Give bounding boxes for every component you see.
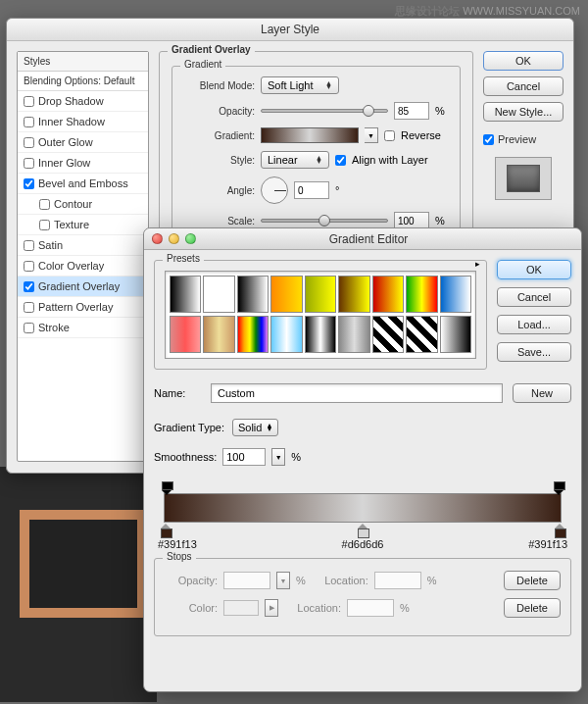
color-stepper[interactable]: ▶	[265, 599, 278, 617]
color-stop-right[interactable]	[555, 524, 564, 536]
preset-swatch[interactable]	[237, 316, 269, 353]
chevron-updown-icon: ▲▼	[266, 424, 272, 431]
location-input[interactable]	[374, 572, 421, 589]
preset-swatch[interactable]	[338, 276, 369, 313]
gradient-editor-titlebar[interactable]: Gradient Editor	[144, 228, 581, 250]
style-item-inner-glow[interactable]: Inner Glow	[18, 153, 148, 174]
preview-swatch	[495, 157, 552, 200]
opacity-stop-input[interactable]	[223, 572, 270, 589]
preset-swatch[interactable]	[372, 316, 404, 353]
style-label: Inner Shadow	[38, 116, 105, 127]
preset-swatch[interactable]	[203, 276, 234, 313]
opacity-stop-right[interactable]	[554, 481, 564, 493]
location-input[interactable]	[347, 599, 394, 617]
presets-title: Presets	[163, 253, 204, 264]
name-input[interactable]	[211, 383, 503, 403]
reverse-label: Reverse	[401, 129, 441, 141]
save-button[interactable]: Save...	[497, 342, 571, 362]
style-label: Inner Glow	[38, 157, 90, 169]
opacity-stop-label: Opacity:	[165, 575, 218, 586]
delete-button[interactable]: Delete	[504, 598, 561, 618]
style-checkbox[interactable]	[24, 158, 34, 169]
style-item-gradient-overlay[interactable]: Gradient Overlay	[18, 277, 148, 297]
style-checkbox[interactable]	[39, 220, 50, 230]
mid-hex: #d6d6d6	[197, 538, 528, 550]
opacity-slider[interactable]	[261, 109, 388, 113]
style-item-satin[interactable]: Satin	[18, 235, 148, 256]
styles-header[interactable]: Styles	[18, 52, 148, 72]
color-well[interactable]	[223, 600, 259, 616]
gradient-inner-title: Gradient	[180, 59, 225, 70]
pct-label: %	[296, 575, 306, 586]
zoom-icon[interactable]	[185, 233, 196, 244]
preset-swatch[interactable]	[270, 276, 302, 313]
style-item-inner-shadow[interactable]: Inner Shadow	[18, 112, 148, 132]
gradient-bar[interactable]	[154, 479, 571, 536]
opacity-stepper[interactable]: ▼	[276, 572, 290, 589]
style-checkbox[interactable]	[24, 178, 34, 189]
presets-menu-icon[interactable]: ▸	[475, 259, 480, 269]
preset-swatch[interactable]	[170, 316, 201, 353]
preset-swatch[interactable]	[440, 276, 471, 313]
ok-button[interactable]: OK	[483, 51, 564, 71]
load-button[interactable]: Load...	[497, 315, 571, 334]
blending-options[interactable]: Blending Options: Default	[18, 72, 148, 91]
color-stop-mid[interactable]	[358, 524, 368, 536]
style-item-contour[interactable]: Contour	[18, 194, 148, 215]
style-dropdown[interactable]: Linear ▲▼	[261, 151, 329, 169]
style-checkbox[interactable]	[24, 117, 34, 127]
style-item-stroke[interactable]: Stroke	[18, 318, 148, 338]
reverse-checkbox[interactable]	[384, 130, 395, 141]
preset-swatch[interactable]	[406, 316, 437, 353]
color-stop-left[interactable]	[161, 524, 171, 536]
style-item-pattern-overlay[interactable]: Pattern Overlay	[18, 297, 148, 318]
close-icon[interactable]	[152, 233, 163, 244]
preset-swatch[interactable]	[203, 316, 234, 353]
preset-swatch[interactable]	[237, 276, 269, 313]
preview-checkbox[interactable]	[483, 134, 494, 145]
cancel-button[interactable]: Cancel	[483, 76, 564, 96]
angle-input[interactable]	[294, 181, 329, 199]
align-checkbox[interactable]	[335, 155, 346, 166]
preset-swatch[interactable]	[440, 316, 471, 353]
chevron-updown-icon: ▲▼	[316, 156, 322, 164]
new-button[interactable]: New	[513, 383, 571, 403]
style-item-outer-glow[interactable]: Outer Glow	[18, 132, 148, 153]
traffic-lights	[152, 233, 196, 244]
style-item-drop-shadow[interactable]: Drop Shadow	[18, 91, 148, 112]
style-checkbox[interactable]	[24, 261, 34, 272]
style-item-color-overlay[interactable]: Color Overlay	[18, 256, 148, 277]
preset-swatch[interactable]	[270, 316, 302, 353]
blend-mode-dropdown[interactable]: Soft Light ▲▼	[261, 76, 339, 94]
gradient-dropdown-arrow[interactable]: ▼	[365, 127, 378, 143]
gradient-type-dropdown[interactable]: Solid ▲▼	[232, 419, 278, 436]
style-checkbox[interactable]	[39, 199, 50, 210]
preset-swatch[interactable]	[170, 276, 201, 313]
style-item-texture[interactable]: Texture	[18, 215, 148, 235]
style-item-bevel-and-emboss[interactable]: Bevel and Emboss	[18, 174, 148, 194]
scale-slider[interactable]	[261, 219, 388, 223]
style-checkbox[interactable]	[24, 137, 34, 148]
smoothness-stepper[interactable]: ▼	[271, 448, 285, 466]
opacity-stop-left[interactable]	[162, 481, 172, 493]
delete-button[interactable]: Delete	[504, 571, 561, 590]
preset-swatch[interactable]	[305, 316, 336, 353]
minimize-icon[interactable]	[169, 233, 179, 244]
style-checkbox[interactable]	[24, 323, 34, 333]
gradient-swatch[interactable]	[261, 127, 359, 143]
new-style-button[interactable]: New Style...	[483, 102, 564, 122]
smoothness-input[interactable]	[222, 448, 266, 466]
preset-swatch[interactable]	[338, 316, 369, 353]
preset-swatch[interactable]	[305, 276, 336, 313]
ok-button[interactable]: OK	[497, 260, 571, 279]
gradient-editor-window: Gradient Editor Presets ▸ OK Cancel Load…	[143, 227, 582, 692]
cancel-button[interactable]: Cancel	[497, 287, 571, 307]
style-checkbox[interactable]	[24, 96, 34, 107]
angle-dial[interactable]	[261, 176, 288, 204]
style-checkbox[interactable]	[24, 281, 34, 292]
style-checkbox[interactable]	[24, 302, 34, 313]
opacity-input[interactable]	[394, 102, 429, 120]
style-checkbox[interactable]	[24, 240, 34, 251]
preset-swatch[interactable]	[406, 276, 437, 313]
preset-swatch[interactable]	[372, 276, 404, 313]
